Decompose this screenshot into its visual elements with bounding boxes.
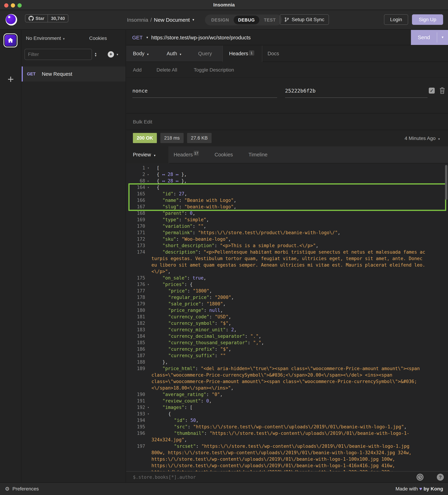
fold-toggle-icon[interactable]: ▸ — [145, 178, 151, 184]
fold-toggle-icon[interactable]: ▾ — [145, 404, 151, 411]
response-filter-input[interactable] — [133, 472, 409, 482]
method-dropdown[interactable]: GET — [132, 30, 143, 45]
fold-toggle-icon[interactable]: ▾ — [145, 281, 151, 288]
code-text: "prices": { — [151, 281, 448, 288]
response-history-dropdown[interactable]: 4 Minutes Ago▼ — [405, 130, 440, 147]
header-name-input[interactable] — [132, 84, 277, 98]
line-number: 177 — [126, 288, 145, 294]
code-line: 173"short_description": "<p>This is a si… — [126, 242, 448, 249]
code-text: "srcset": "https:\/\/store.test\/wp-cont… — [151, 443, 448, 471]
chevron-down-icon: ▼ — [438, 131, 440, 147]
send-button[interactable]: Send — [411, 30, 437, 45]
code-text: "sale_price": "1800", — [151, 301, 448, 307]
code-line: 175"on_sale": true, — [126, 275, 448, 281]
line-number: 187 — [126, 352, 145, 359]
filter-history-icon[interactable] — [417, 474, 423, 481]
login-button[interactable]: Login — [384, 14, 408, 25]
code-text: "review_count": 0, — [151, 398, 448, 404]
sort-icon[interactable]: ▴▾ — [92, 50, 100, 59]
toggle-description-button[interactable]: Toggle Description — [194, 62, 234, 78]
tab-design[interactable]: DESIGN — [207, 15, 234, 24]
code-text: "currency_symbol": "$", — [151, 320, 448, 327]
line-number: 179 — [126, 301, 145, 307]
tab-response-timeline[interactable]: Timeline — [248, 146, 268, 163]
fold-toggle-icon[interactable]: ▸ — [145, 171, 151, 178]
code-line: 164▾{ — [126, 184, 448, 191]
tab-response-headers[interactable]: Headers17 — [174, 146, 199, 163]
add-request-button[interactable]: + — [108, 51, 114, 57]
app-header: Star 30,740 Insomnia / New Document ▼ DE… — [0, 10, 448, 29]
code-text: "currency_decimal_separator": ".", — [151, 333, 448, 340]
fold-toggle-icon[interactable]: ▾ — [145, 184, 151, 191]
code-line: 185"currency_thousand_separator": ",", — [126, 340, 448, 346]
git-branch-icon — [284, 17, 289, 22]
code-text: "slug": "beanie-with-logo", — [151, 204, 448, 210]
tab-preview[interactable]: Preview▼ — [126, 146, 169, 163]
add-header-button[interactable]: Add — [133, 62, 142, 78]
code-text: "images": [ — [151, 404, 448, 411]
line-number: 175 — [126, 275, 145, 281]
tab-docs[interactable]: Docs — [268, 46, 279, 62]
code-line: 187"currency_suffix": "" — [126, 352, 448, 359]
tab-auth[interactable]: Auth▼ — [167, 46, 182, 62]
chevron-down-icon: ▼ — [147, 46, 149, 62]
fold-toggle-icon[interactable]: ▾ — [145, 411, 151, 417]
response-status-bar: 200 OK 218 ms 27.6 KB 4 Minutes Ago▼ — [126, 130, 448, 146]
line-number: 164 — [126, 184, 145, 191]
bulk-edit-row: Bulk Edit — [126, 113, 448, 130]
code-line: 181"currency_code": "USD", — [126, 314, 448, 320]
code-text: "on_sale": true, — [151, 275, 448, 281]
main-pane: GET ▼ https://store.test/wp-json/wc/stor… — [126, 30, 448, 482]
github-star-button[interactable]: Star 30,740 — [25, 14, 68, 22]
code-line: 170"variation": "", — [126, 223, 448, 230]
line-number: 184 — [126, 333, 145, 340]
signup-button[interactable]: Sign Up — [412, 14, 443, 25]
header-enabled-checkbox[interactable]: ✓ — [429, 88, 435, 94]
code-text: { ↤ 28 ↦ }, — [151, 178, 448, 184]
code-line: 180"price_range": null, — [126, 307, 448, 314]
filter-help-icon[interactable]: ? — [437, 474, 444, 481]
add-workspace-button[interactable]: + — [0, 74, 21, 84]
code-line: 196"thumbnail": "https:\/\/store.test\/w… — [126, 430, 448, 443]
delete-all-headers-button[interactable]: Delete All — [157, 62, 177, 78]
line-number: 197 — [126, 443, 145, 450]
sidebar-request-item[interactable]: GET New Request — [22, 67, 125, 82]
code-text: "name": "Beanie with Logo", — [151, 197, 448, 204]
tab-test[interactable]: TEST — [259, 15, 280, 24]
workspace-breadcrumb[interactable]: Insomnia / New Document ▼ — [127, 10, 195, 29]
home-workspace-button[interactable] — [3, 33, 17, 47]
setup-git-sync-button[interactable]: Setup Git Sync — [280, 14, 329, 25]
scrollbar-thumb[interactable] — [445, 165, 447, 200]
code-text: "thumbnail": "https:\/\/store.test\/wp-c… — [151, 430, 448, 443]
tab-debug[interactable]: DEBUG — [234, 15, 259, 24]
tab-body[interactable]: Body▼ — [133, 46, 149, 62]
bulk-edit-button[interactable]: Bulk Edit — [133, 113, 152, 130]
line-number: 194 — [126, 417, 145, 424]
cookies-button[interactable]: Cookies — [89, 33, 107, 43]
tab-query[interactable]: Query — [198, 46, 212, 62]
preferences-button[interactable]: ⚙ Preferences — [5, 483, 39, 495]
response-headers-count-badge: 17 — [194, 151, 199, 156]
code-lines: 1▾[2▸{ ↤ 28 ↦ },68▸{ ↤ 28 ↦ },164▾{165"i… — [126, 163, 448, 471]
tab-response-cookies[interactable]: Cookies — [215, 146, 233, 163]
url-input[interactable]: https://store.test/wp-json/wc/store/prod… — [151, 30, 251, 45]
line-number: 174 — [126, 249, 145, 255]
send-options-dropdown[interactable]: ▼ — [437, 30, 448, 45]
code-line: 178"regular_price": "2000", — [126, 294, 448, 301]
sidebar: No Environment ▼ Cookies ▴▾ + ▼ GET New … — [22, 30, 126, 482]
sidebar-filter-input[interactable] — [25, 49, 92, 60]
code-text: "average_rating": "0", — [151, 391, 448, 398]
request-name: New Request — [42, 67, 72, 82]
delete-header-icon[interactable] — [439, 87, 445, 95]
code-text: "currency_code": "USD", — [151, 314, 448, 320]
fold-toggle-icon[interactable]: ▾ — [145, 165, 151, 171]
tab-headers[interactable]: Headers1 — [222, 46, 262, 62]
code-text: "price_html": "<del aria-hidden=\"true\"… — [151, 365, 448, 391]
header-value-input[interactable] — [285, 84, 428, 98]
code-line: 172"sku": "Woo-beanie-logo", — [126, 236, 448, 242]
code-line: 171"permalink": "https:\/\/store.test\/p… — [126, 230, 448, 236]
chevron-down-icon[interactable]: ▼ — [146, 30, 149, 45]
code-text: { — [151, 184, 448, 191]
chevron-down-icon[interactable]: ▼ — [116, 53, 119, 56]
environment-selector[interactable]: No Environment ▼ — [26, 33, 65, 44]
